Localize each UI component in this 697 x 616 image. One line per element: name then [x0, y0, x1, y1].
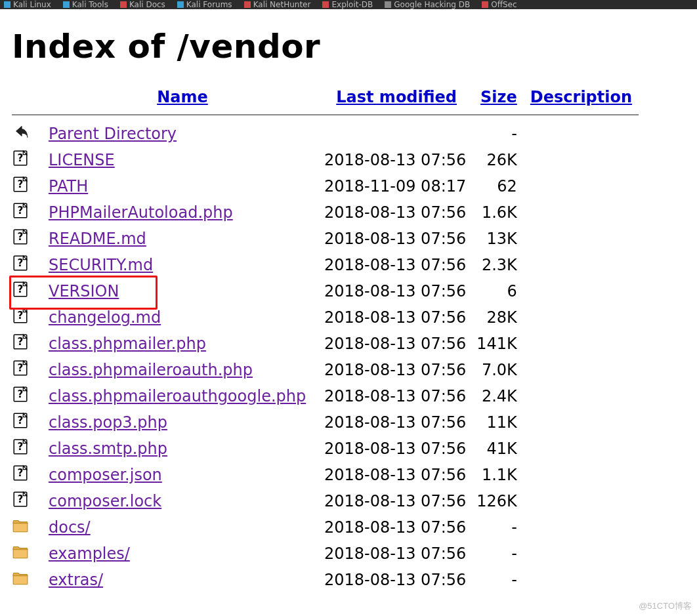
sort-by-modified-link[interactable]: Last modified: [336, 88, 457, 106]
entry-size: 6: [473, 278, 524, 304]
svg-text:?: ?: [18, 493, 24, 505]
watermark: @51CTO博客: [639, 600, 692, 612]
entry-name-cell: class.phpmaileroauth.php: [45, 357, 320, 383]
bookmarks-bar: Kali LinuxKali ToolsKali DocsKali Forums…: [0, 0, 697, 9]
parent-directory-link[interactable]: Parent Directory: [49, 125, 177, 143]
entry-description: [524, 357, 639, 383]
entry-description: [524, 173, 639, 199]
entry-link[interactable]: class.phpmailer.php: [49, 335, 206, 353]
col-name-header[interactable]: Name: [45, 88, 320, 112]
entry-size: -: [473, 567, 524, 593]
entry-link[interactable]: README.md: [49, 230, 146, 248]
entry-name-cell: VERSION: [45, 278, 320, 304]
bookmark-icon: [385, 1, 391, 8]
file-icon: ?: [12, 409, 45, 436]
entry-name-cell: examples/: [45, 541, 320, 567]
file-icon: ?: [12, 436, 45, 462]
entry-link[interactable]: changelog.md: [49, 308, 161, 327]
bookmark-icon: [120, 1, 127, 8]
col-modified-header[interactable]: Last modified: [320, 88, 473, 112]
entry-size: 26K: [473, 147, 524, 173]
entry-link[interactable]: docs/: [49, 518, 91, 537]
entry-name-cell: PATH: [45, 173, 320, 199]
bookmark-icon: [4, 1, 11, 8]
sort-by-name-link[interactable]: Name: [157, 88, 208, 106]
sort-by-description-link[interactable]: Description: [530, 88, 632, 106]
entry-link[interactable]: class.smtp.php: [49, 440, 167, 458]
entry-size: 1.1K: [473, 462, 524, 488]
directory-row: extras/2018-08-13 07:56-: [12, 567, 639, 593]
file-icon: ?: [12, 304, 45, 331]
entry-link[interactable]: PATH: [49, 177, 88, 195]
entry-name-cell: class.phpmaileroauthgoogle.php: [45, 383, 320, 409]
entry-name-cell: LICENSE: [45, 147, 320, 173]
bookmark-icon: [244, 1, 251, 8]
entry-link[interactable]: examples/: [49, 544, 130, 563]
bookmark-item[interactable]: Google Hacking DB: [385, 0, 470, 9]
entry-description: [524, 199, 639, 226]
file-icon: ?: [12, 357, 45, 383]
entry-link[interactable]: extras/: [49, 571, 103, 589]
svg-text:?: ?: [18, 336, 24, 348]
entry-link[interactable]: PHPMailerAutoload.php: [49, 203, 233, 222]
entry-name-cell: README.md: [45, 226, 320, 252]
entry-modified: 2018-08-13 07:56: [320, 147, 473, 173]
file-icon: ?: [12, 383, 45, 409]
svg-text:?: ?: [18, 441, 24, 453]
file-row: ?class.phpmailer.php2018-08-13 07:56141K: [12, 331, 639, 357]
entry-modified: 2018-11-09 08:17: [320, 173, 473, 199]
entry-link[interactable]: composer.lock: [49, 492, 161, 510]
entry-name-cell: composer.lock: [45, 488, 320, 514]
entry-size: -: [473, 541, 524, 567]
entry-size: 141K: [473, 331, 524, 357]
bookmark-item[interactable]: Kali Linux: [4, 0, 51, 9]
entry-size: 126K: [473, 488, 524, 514]
bookmark-item[interactable]: Kali Tools: [63, 0, 108, 9]
entry-description: [524, 514, 639, 541]
entry-name-cell: SECURITY.md: [45, 252, 320, 278]
entry-link[interactable]: class.pop3.php: [49, 413, 167, 432]
entry-size: 62: [473, 173, 524, 199]
entry-size: 7.0K: [473, 357, 524, 383]
directory-listing-table: Name Last modified Size Description Pare…: [12, 88, 639, 593]
file-row: ?composer.json2018-08-13 07:561.1K: [12, 462, 639, 488]
entry-modified: 2018-08-13 07:56: [320, 567, 473, 593]
col-description-header[interactable]: Description: [524, 88, 639, 112]
entry-size: 28K: [473, 304, 524, 331]
bookmark-item[interactable]: Kali Forums: [177, 0, 232, 9]
directory-row: docs/2018-08-13 07:56-: [12, 514, 639, 541]
entry-name-cell: class.smtp.php: [45, 436, 320, 462]
entry-link[interactable]: LICENSE: [49, 151, 115, 169]
entry-link[interactable]: class.phpmaileroauthgoogle.php: [49, 387, 306, 405]
entry-modified: 2018-08-13 07:56: [320, 488, 473, 514]
svg-text:?: ?: [18, 257, 24, 269]
entry-name-cell: class.phpmailer.php: [45, 331, 320, 357]
svg-text:?: ?: [18, 310, 24, 321]
entry-modified: 2018-08-13 07:56: [320, 409, 473, 436]
bookmark-item[interactable]: OffSec: [482, 0, 517, 9]
col-size-header[interactable]: Size: [473, 88, 524, 112]
file-row: ?class.smtp.php2018-08-13 07:5641K: [12, 436, 639, 462]
entry-name-cell: extras/: [45, 567, 320, 593]
bookmark-label: Kali Docs: [129, 0, 165, 9]
bookmark-item[interactable]: Exploit-DB: [322, 0, 373, 9]
entry-description: [524, 488, 639, 514]
entry-description: [524, 147, 639, 173]
entry-description: [524, 436, 639, 462]
file-row: ?LICENSE2018-08-13 07:5626K: [12, 147, 639, 173]
header-divider-row: [12, 112, 639, 121]
svg-text:?: ?: [18, 362, 24, 374]
entry-size: 2.3K: [473, 252, 524, 278]
entry-link[interactable]: class.phpmaileroauth.php: [49, 361, 253, 379]
entry-size: -: [473, 121, 524, 147]
entry-name-cell: changelog.md: [45, 304, 320, 331]
entry-link[interactable]: composer.json: [49, 466, 162, 484]
file-icon: ?: [12, 147, 45, 173]
entry-link[interactable]: SECURITY.md: [49, 256, 153, 274]
bookmark-item[interactable]: Kali NetHunter: [244, 0, 311, 9]
entry-description: [524, 541, 639, 567]
entry-link[interactable]: VERSION: [49, 282, 119, 300]
entry-modified: 2018-08-13 07:56: [320, 514, 473, 541]
sort-by-size-link[interactable]: Size: [480, 88, 517, 106]
bookmark-item[interactable]: Kali Docs: [120, 0, 165, 9]
